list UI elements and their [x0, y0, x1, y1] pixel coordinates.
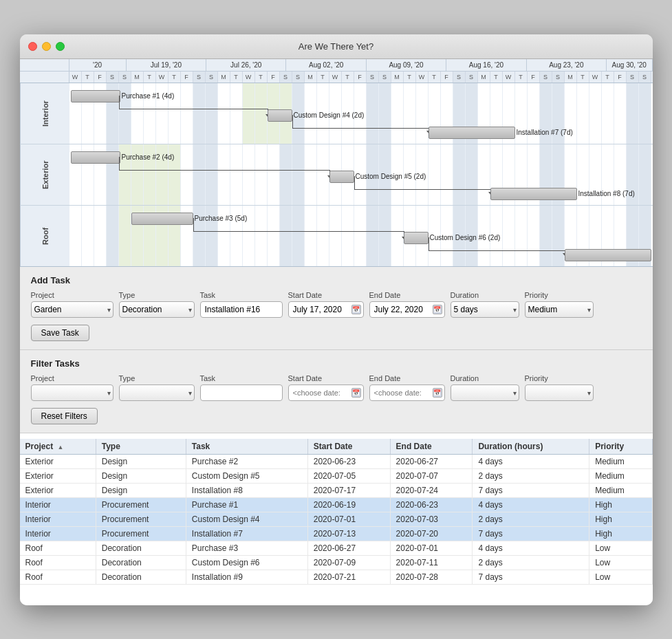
type-select[interactable]: Decoration Design Procurement — [119, 301, 195, 318]
col-header-duration[interactable]: Duration (hours) — [473, 439, 589, 455]
cell-startDate: 2020-07-09 — [307, 555, 390, 570]
bar-customdesign5[interactable] — [329, 171, 354, 183]
filter-priority-select-wrapper[interactable] — [525, 385, 594, 401]
bar-installation7[interactable] — [429, 127, 515, 139]
filter-form-row: Project Type Task Start Date 📅 — [31, 374, 642, 401]
table-row[interactable]: InteriorProcurementCustom Design #42020-… — [20, 512, 653, 526]
filter-task-input[interactable] — [200, 385, 283, 401]
cell-endDate: 2020-07-07 — [390, 468, 473, 483]
table-row[interactable]: RoofDecorationInstallation #92020-07-212… — [20, 570, 653, 584]
priority-group: Priority LowMediumHigh — [525, 291, 594, 318]
table-row[interactable]: ExteriorDesignInstallation #82020-07-172… — [20, 483, 653, 497]
day-F: F — [94, 72, 107, 83]
cell-endDate: 2020-07-28 — [390, 570, 473, 584]
cell-priority: Medium — [589, 468, 652, 483]
cell-duration: 4 days — [473, 497, 589, 512]
table-row[interactable]: ExteriorDesignPurchase #22020-06-232020-… — [20, 454, 653, 468]
cell-task: Purchase #3 — [186, 541, 307, 555]
filter-end-date-wrapper: 📅 — [369, 385, 445, 401]
filter-priority-select[interactable] — [525, 385, 594, 401]
filter-project-select-wrapper[interactable] — [31, 385, 113, 401]
save-task-button[interactable]: Save Task — [31, 325, 89, 341]
data-table-section: Project ▲ Type Task Start Date End Date … — [20, 433, 653, 605]
table-row[interactable]: InteriorProcurementPurchase #12020-06-19… — [20, 497, 653, 512]
start-date-label: Start Date — [288, 291, 364, 299]
col-header-type[interactable]: Type — [96, 439, 186, 455]
minimize-button[interactable] — [42, 42, 51, 51]
cell-type: Procurement — [96, 526, 186, 541]
priority-select[interactable]: LowMediumHigh — [525, 301, 594, 318]
table-body: ExteriorDesignPurchase #22020-06-232020-… — [20, 454, 653, 584]
table-row[interactable]: RoofDecorationCustom Design #62020-07-09… — [20, 555, 653, 570]
start-date-wrapper: 📅 — [288, 301, 364, 318]
project-group: Project Garden Interior Exterior Roof — [31, 291, 113, 318]
gantt-content-roof: Purchase #3 (5d) Custom Design #6 (2d) I… — [69, 206, 653, 266]
col-header-task[interactable]: Task — [186, 439, 307, 455]
project-select-wrapper[interactable]: Garden Interior Exterior Roof — [31, 301, 113, 318]
filter-project-select[interactable] — [31, 385, 113, 401]
col-header-start-date[interactable]: Start Date — [307, 439, 390, 455]
bar-customdesign4[interactable] — [268, 109, 292, 122]
col-header-project[interactable]: Project ▲ — [20, 439, 96, 455]
cell-startDate: 2020-06-27 — [307, 541, 390, 555]
bar-customdesign6[interactable] — [404, 232, 429, 244]
filter-duration-select[interactable] — [451, 385, 519, 401]
filter-task-group: Task — [200, 374, 283, 401]
filter-end-cal-icon[interactable]: 📅 — [433, 388, 442, 398]
task-input[interactable] — [200, 301, 283, 318]
cell-project: Exterior — [20, 468, 96, 483]
table-row[interactable]: InteriorProcurementInstallation #72020-0… — [20, 526, 653, 541]
filter-start-cal-icon[interactable]: 📅 — [351, 388, 361, 398]
table-row[interactable]: RoofDecorationPurchase #32020-06-272020-… — [20, 541, 653, 555]
day-T: T — [82, 72, 94, 83]
bar-purchase3[interactable] — [131, 213, 193, 225]
bar-purchase1[interactable] — [71, 90, 120, 102]
priority-select-wrapper[interactable]: LowMediumHigh — [525, 301, 594, 318]
day-S: S — [107, 72, 119, 83]
filter-end-date-label: End Date — [369, 374, 445, 382]
filter-priority-group: Priority — [525, 374, 594, 401]
col-header-priority[interactable]: Priority — [589, 439, 652, 455]
duration-select-wrapper[interactable]: 1 day2 days3 days4 days5 days6 days7 day… — [451, 301, 519, 318]
cell-task: Installation #7 — [186, 526, 307, 541]
week-label-4: Aug 09, '20 — [367, 59, 446, 71]
cell-type: Decoration — [96, 555, 186, 570]
gantt-row-interior: Interior Purchase #1 (4d) — [20, 83, 653, 144]
filter-duration-group: Duration — [451, 374, 519, 401]
cell-priority: Low — [589, 570, 652, 584]
bar-installation9[interactable] — [565, 249, 651, 261]
col-header-end-date[interactable]: End Date — [390, 439, 473, 455]
gantt-weeks-row: '20 Jul 19, '20 Jul 26, '20 Aug 02, '20 … — [20, 59, 653, 72]
table-row[interactable]: ExteriorDesignCustom Design #52020-07-05… — [20, 468, 653, 483]
cell-task: Custom Design #5 — [186, 468, 307, 483]
filter-duration-select-wrapper[interactable] — [451, 385, 519, 401]
duration-select[interactable]: 1 day2 days3 days4 days5 days6 days7 day… — [451, 301, 519, 318]
cell-duration: 4 days — [473, 454, 589, 468]
cell-type: Procurement — [96, 512, 186, 526]
bar-installation8[interactable] — [490, 188, 577, 200]
project-select[interactable]: Garden Interior Exterior Roof — [31, 301, 113, 318]
cell-duration: 2 days — [473, 512, 589, 526]
maximize-button[interactable] — [56, 42, 65, 51]
cell-project: Exterior — [20, 483, 96, 497]
gantt-label-exterior: Exterior — [20, 144, 69, 205]
start-date-calendar-icon[interactable]: 📅 — [351, 305, 361, 314]
filter-type-select-wrapper[interactable] — [119, 385, 195, 401]
cell-type: Design — [96, 483, 186, 497]
close-button[interactable] — [28, 42, 37, 51]
filter-duration-label: Duration — [451, 374, 519, 382]
cell-duration: 2 days — [473, 555, 589, 570]
reset-filters-button[interactable]: Reset Filters — [31, 408, 98, 424]
filter-type-select[interactable] — [119, 385, 195, 401]
table-footer-space — [20, 585, 653, 605]
add-task-form-row: Project Garden Interior Exterior Roof Ty… — [31, 291, 642, 318]
window-title: Are We There Yet? — [299, 41, 373, 52]
type-select-wrapper[interactable]: Decoration Design Procurement — [119, 301, 195, 318]
sort-arrow-project: ▲ — [58, 444, 64, 451]
cell-duration: 7 days — [473, 483, 589, 497]
bar-purchase2[interactable] — [71, 151, 120, 164]
end-date-group: End Date 📅 — [369, 291, 445, 318]
cell-project: Roof — [20, 555, 96, 570]
end-date-calendar-icon[interactable]: 📅 — [433, 305, 442, 314]
filter-type-group: Type — [119, 374, 195, 401]
